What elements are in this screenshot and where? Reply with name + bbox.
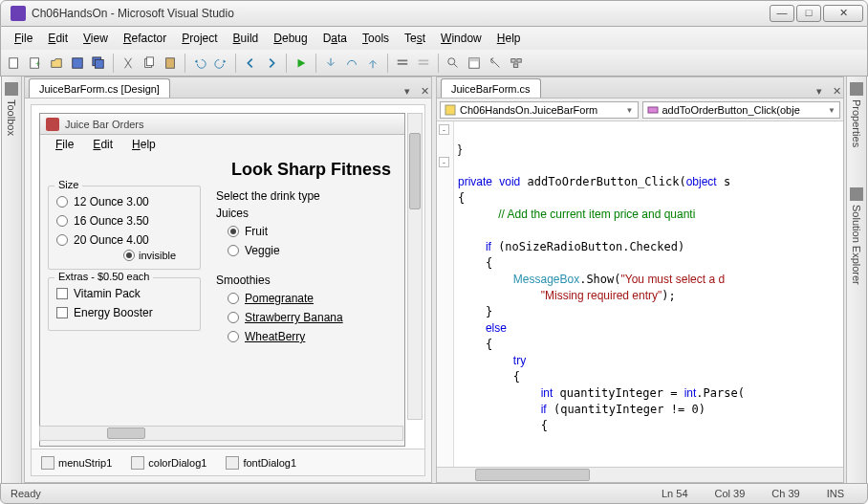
menu-help[interactable]: Help	[489, 29, 529, 48]
menu-tools[interactable]: Tools	[355, 29, 397, 48]
designer-vscrollbar[interactable]	[407, 113, 423, 420]
scrollbar-thumb[interactable]	[475, 469, 590, 481]
svg-rect-8	[166, 57, 175, 68]
tab-close-icon[interactable]: ✕	[418, 84, 431, 98]
properties-icon[interactable]	[465, 54, 484, 73]
form-window[interactable]: Juice Bar Orders File Edit Help Look Sha…	[39, 113, 405, 447]
code-hscrollbar[interactable]	[437, 467, 843, 482]
svg-rect-17	[517, 58, 521, 62]
copy-icon[interactable]	[140, 54, 159, 73]
find-icon[interactable]	[444, 54, 463, 73]
open-icon[interactable]	[47, 54, 66, 73]
scrollbar-thumb[interactable]	[107, 427, 145, 439]
designer-tab[interactable]: JuiceBarForm.cs [Design]	[29, 78, 170, 98]
fontdialog-icon	[226, 456, 239, 470]
menu-test[interactable]: Test	[397, 29, 433, 48]
class-icon	[445, 104, 456, 116]
size-option-16[interactable]: 16 Ounce 3.50	[56, 211, 192, 230]
designer-pane: JuiceBarForm.cs [Design] ▾ ✕ Juice Bar O…	[24, 77, 432, 483]
code-editor[interactable]: - - } private void addToOrderButton_Clic…	[437, 121, 843, 482]
smoothie-wheatberry[interactable]: WheatBerry	[228, 327, 397, 346]
comment-icon[interactable]	[393, 54, 412, 73]
code-tab[interactable]: JuiceBarForm.cs	[441, 78, 541, 98]
tab-dropdown-icon[interactable]: ▾	[401, 84, 414, 98]
form-title-text: Juice Bar Orders	[65, 119, 144, 130]
maximize-button[interactable]: □	[796, 5, 821, 22]
form-menu-help[interactable]: Help	[124, 136, 163, 153]
start-debug-icon[interactable]	[292, 54, 311, 73]
svg-rect-7	[146, 56, 153, 65]
form-menu-file[interactable]: File	[48, 136, 81, 153]
smoothie-pomegranate[interactable]: Pomegranate	[228, 289, 397, 308]
svg-rect-15	[469, 57, 480, 61]
nav-forward-icon[interactable]	[262, 54, 281, 73]
paste-icon[interactable]	[161, 54, 180, 73]
form-headline: Look Sharp Fitness	[40, 154, 404, 182]
svg-rect-20	[648, 107, 658, 113]
class-dropdown[interactable]: Ch06HandsOn.JuiceBarForm ▼	[440, 101, 639, 119]
minimize-button[interactable]: —	[770, 5, 794, 22]
menu-window[interactable]: Window	[433, 29, 489, 48]
designer-tab-label: JuiceBarForm.cs [Design]	[39, 83, 160, 95]
designer-tabstrip: JuiceBarForm.cs [Design] ▾ ✕	[25, 77, 431, 99]
redo-icon[interactable]	[211, 54, 230, 73]
juice-veggie[interactable]: Veggie	[228, 241, 397, 260]
extras-energy[interactable]: Energy Booster	[56, 303, 192, 322]
svg-rect-10	[398, 63, 408, 65]
new-project-icon[interactable]	[5, 54, 24, 73]
svg-text:+: +	[35, 58, 40, 68]
tab-close-icon[interactable]: ✕	[830, 84, 843, 98]
juice-fruit[interactable]: Fruit	[228, 222, 397, 241]
toolbox-tab[interactable]: Toolbox	[2, 77, 22, 483]
size-groupbox[interactable]: Size 12 Ounce 3.00 16 Ounce 3.50 20 Ounc…	[48, 186, 201, 270]
member-dropdown[interactable]: addToOrderButton_Click(obje ▼	[642, 101, 841, 119]
scrollbar-thumb[interactable]	[409, 133, 421, 209]
menu-debug[interactable]: Debug	[266, 29, 315, 48]
main-menubar: File Edit View Refactor Project Build De…	[0, 27, 868, 50]
status-bar: Ready Ln 54 Col 39 Ch 39 INS	[0, 483, 868, 504]
step-over-icon[interactable]	[342, 54, 361, 73]
menu-view[interactable]: View	[76, 29, 116, 48]
properties-tab[interactable]: Properties	[846, 77, 866, 182]
extras-groupbox[interactable]: Extras - $0.50 each Vitamin Pack Energy …	[48, 277, 201, 331]
save-all-icon[interactable]	[89, 54, 108, 73]
tab-dropdown-icon[interactable]: ▾	[813, 84, 826, 98]
add-item-icon[interactable]: +	[26, 54, 45, 73]
tray-colordialog[interactable]: colorDialog1	[131, 456, 206, 470]
extras-vitamin[interactable]: Vitamin Pack	[56, 284, 192, 303]
form-menu-edit[interactable]: Edit	[85, 136, 120, 153]
cut-icon[interactable]	[119, 54, 138, 73]
size-option-invisible[interactable]: invisible	[123, 250, 192, 261]
step-out-icon[interactable]	[363, 54, 382, 73]
code-nav-bar: Ch06HandsOn.JuiceBarForm ▼ addToOrderBut…	[437, 99, 843, 121]
menu-project[interactable]: Project	[174, 29, 225, 48]
menu-file[interactable]: File	[7, 29, 40, 48]
close-button[interactable]: ✕	[823, 5, 863, 22]
solution-explorer-icon[interactable]	[507, 54, 526, 73]
size-option-12[interactable]: 12 Ounce 3.00	[56, 192, 192, 211]
uncomment-icon[interactable]	[414, 54, 433, 73]
designer-surface[interactable]: Juice Bar Orders File Edit Help Look Sha…	[31, 104, 425, 476]
tray-menustrip[interactable]: menuStrip1	[41, 456, 112, 470]
solution-explorer-tab-icon	[850, 187, 863, 201]
designer-hscrollbar[interactable]	[39, 426, 403, 441]
tray-fontdialog[interactable]: fontDialog1	[226, 456, 296, 470]
undo-icon[interactable]	[190, 54, 209, 73]
outline-collapse-icon[interactable]: -	[439, 124, 449, 135]
size-option-20[interactable]: 20 Ounce 4.00	[56, 230, 192, 250]
smoothie-strawberry[interactable]: Strawberry Banana	[228, 308, 397, 327]
step-into-icon[interactable]	[321, 54, 340, 73]
outline-collapse-icon[interactable]: -	[439, 157, 449, 167]
toolbox-tab-label: Toolbox	[6, 99, 17, 136]
menu-refactor[interactable]: Refactor	[116, 29, 174, 48]
save-icon[interactable]	[68, 54, 87, 73]
menu-build[interactable]: Build	[226, 29, 267, 48]
nav-back-icon[interactable]	[241, 54, 260, 73]
main-toolbar: +	[0, 50, 868, 77]
toolbox-icon[interactable]	[486, 54, 505, 73]
solution-explorer-tab[interactable]: Solution Explorer	[846, 182, 866, 483]
menu-edit[interactable]: Edit	[40, 29, 76, 48]
svg-rect-5	[96, 59, 104, 68]
form-titlebar: Juice Bar Orders	[40, 114, 404, 135]
menu-data[interactable]: Data	[315, 29, 355, 48]
